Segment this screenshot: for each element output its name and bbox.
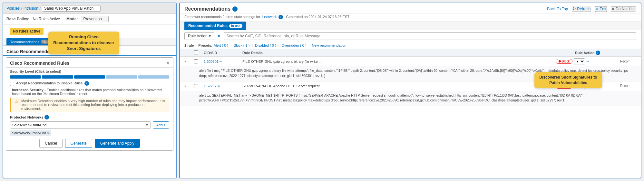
rule-id-cell-2: 1:62297 ✏	[204, 84, 242, 88]
refresh-btn[interactable]: Refresh	[572, 6, 591, 12]
rule-checkbox-2[interactable]	[194, 84, 198, 88]
rule-edit-icon-1[interactable]: ✏	[220, 60, 222, 63]
rule-action-cell-1: Block ▾ ⇒	[556, 58, 620, 64]
rule-detail-2: alert tcp $EXTERNAL_NET any -> $HOME_NET…	[180, 91, 641, 106]
header-actions: Back To Top Refresh Edit ✕ Do Not Use	[547, 6, 636, 12]
generate-and-apply-button[interactable]: Generate and Apply	[95, 139, 140, 148]
right-panel-inner: Discovered Snort Signatures to Patch Vul…	[180, 30, 641, 178]
preset-overridden[interactable]: Overridden ( 0 )	[282, 43, 307, 47]
warning-text: 'Maximum Detection' enables a very high …	[21, 99, 165, 110]
warning-row: ⚠ 'Maximum Detection' enables a very hig…	[10, 98, 169, 112]
block-label-1: Block	[562, 60, 570, 63]
edit-btn[interactable]: Edit	[595, 6, 607, 12]
cancel-button[interactable]: Cancel	[39, 139, 62, 148]
col-gid-sid: GID:SID	[204, 51, 242, 55]
pipe2: |	[252, 43, 253, 47]
pipe1: |	[230, 43, 231, 47]
cisco-recommended-rules-modal: Cisco Recommended Rules × Security Level…	[6, 57, 173, 151]
sec-seg-2[interactable]	[42, 75, 73, 79]
rule-main-row-1: ▾ 1:300301 ✏ FILE-OTHER GNU gzip zgrep a…	[180, 57, 641, 66]
increased-security-info: Increased Security - Enables additional …	[6, 87, 173, 96]
toolbar-row: Rule Action ▼	[180, 30, 641, 42]
protected-networks-text: Protected Networks	[10, 115, 43, 119]
sec-seg-3[interactable]	[74, 75, 105, 79]
help-icon[interactable]	[232, 6, 238, 12]
mode-label: Mode:	[66, 17, 78, 21]
edit-label: Edit	[600, 7, 606, 11]
col-rule-details: Rule Details	[242, 51, 575, 55]
preset-alert[interactable]: Alert ( 0 )	[214, 43, 228, 47]
preset-block[interactable]: Block ( 1 )	[234, 43, 250, 47]
right-panel: Recommendations Back To Top Refresh Edit…	[179, 3, 641, 178]
firepower-info: Firepower recommends 2 rules state setti…	[180, 14, 641, 22]
block-dot-1	[559, 60, 561, 62]
rule-expand-icon-2[interactable]: ▾	[184, 84, 194, 88]
back-to-top-btn[interactable]: Back To Top	[547, 7, 568, 11]
col-rule-action: Rule Action	[575, 51, 627, 55]
search-input[interactable]	[224, 32, 636, 40]
rule-tags-2: Recommendations Apache,Exploit Public-Fa…	[620, 84, 636, 88]
tag-row: Sales-Web-Front-End ×	[6, 130, 173, 136]
action-select-1[interactable]: ▾	[574, 58, 585, 64]
mode-select[interactable]: Prevention	[81, 16, 109, 22]
refresh-label: Refresh	[577, 7, 590, 11]
disable-rules-checkbox[interactable]	[10, 82, 14, 86]
presets-row: 1 rule Presets: Alert ( 0 ) | Block ( 1 …	[180, 42, 641, 49]
rule-edit-icon-2[interactable]: ✏	[218, 84, 220, 88]
network-select[interactable]: Sales-Web-Front-End	[10, 121, 151, 129]
rule-checkbox-1[interactable]	[194, 59, 198, 63]
select-all-checkbox[interactable]	[194, 50, 198, 54]
x-icon: ✕	[611, 7, 615, 11]
presets-label: Presets:	[198, 43, 212, 47]
tab-label: Recommended Rules	[188, 24, 228, 28]
disable-rules-label: Accept Recommendation to Disable Rules	[16, 81, 83, 85]
modal-close-btn[interactable]: ×	[166, 60, 169, 66]
slash1: /	[21, 6, 22, 11]
network-tag-remove[interactable]: ×	[47, 131, 49, 135]
recommended-rules-tab[interactable]: Recommended Rules In use	[184, 22, 246, 30]
link-icon-1: ⇒	[586, 59, 589, 63]
sec-seg-5[interactable]	[138, 75, 169, 79]
rule-id-link-2[interactable]: 1:62297	[204, 84, 217, 88]
protected-networks-label: Protected Networks	[6, 113, 173, 120]
refresh-icon	[572, 6, 576, 11]
sec-seg-1[interactable]	[10, 75, 41, 79]
rule-action-info-icon	[596, 51, 600, 55]
network-tag-label: Sales-Web-Front-End	[12, 131, 46, 135]
network-count-link[interactable]: 1 network	[261, 15, 284, 19]
sec-seg-4[interactable]	[106, 75, 137, 79]
rule-action-chevron-icon	[209, 34, 211, 38]
slash2: /	[40, 6, 41, 11]
preset-new-rec[interactable]: New recommendation	[312, 43, 346, 47]
generate-button[interactable]: Generate	[65, 139, 92, 148]
breadcrumb-policies[interactable]: Policies	[6, 6, 20, 11]
no-rules-badge: No rules active	[10, 28, 44, 35]
rule-detail-text-2: alert tcp $EXTERNAL_NET any -> $HOME_NET…	[199, 93, 583, 102]
modal-footer: Cancel Generate Generate and Apply	[6, 136, 173, 148]
right-panel-content: Discovered Snort Signatures to Patch Vul…	[180, 30, 641, 106]
breadcrumb-intrusion[interactable]: Intrusion	[24, 6, 38, 11]
security-level-bar[interactable]	[6, 74, 173, 80]
base-policy-label: Base Policy:	[6, 17, 29, 21]
preset-disabled[interactable]: Disabled ( 0 )	[255, 43, 276, 47]
pencil-icon	[596, 7, 599, 11]
base-policy-bar: Base Policy: No Rules Active Mode: Preve…	[3, 14, 176, 24]
rule-tags-1: Recommendations Other,Malicious File ⧉ 💬	[620, 60, 636, 63]
modal-title-bar: Cisco Recommended Rules ×	[6, 58, 173, 68]
do-not-use-btn[interactable]: ✕ Do Not Use	[611, 6, 636, 12]
protected-networks-info-icon	[44, 115, 49, 119]
disable-rules-checkbox-row: Accept Recommendation to Disable Rules	[6, 80, 173, 87]
breadcrumb: Policies / Intrusion / Sales Web App Vir…	[3, 3, 176, 14]
generated-text: Generated on 2024-01-24 07:16:25 EST	[286, 15, 349, 19]
table-header: GID:SID Rule Details Rule Action	[180, 49, 641, 57]
rule-expand-icon-1[interactable]: ▾	[184, 60, 194, 63]
pipe4: |	[309, 43, 310, 47]
add-network-btn[interactable]: Add +	[153, 121, 169, 129]
rule-id-link-1[interactable]: 1:300301	[204, 60, 219, 63]
policy-name-select[interactable]: Sales Web App Virtual Patch	[42, 5, 101, 12]
rule-action-label: Rule Action	[188, 34, 208, 38]
rule-action-btn[interactable]: Rule Action	[184, 32, 214, 40]
left-panel: Policies / Intrusion / Sales Web App Vir…	[3, 3, 177, 178]
recommendations-title-area: Recommendations	[184, 6, 238, 12]
increased-security-title: Increased Security	[12, 88, 44, 92]
